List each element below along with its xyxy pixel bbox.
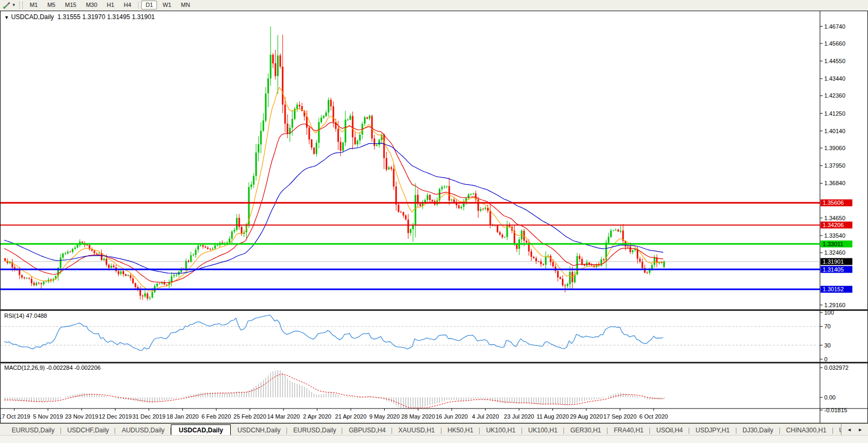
chart-tab-gbpusd-h4[interactable]: GBPUSD,H4 xyxy=(342,425,392,436)
price-tick-label: 1.40140 xyxy=(824,128,846,134)
chart-tab-fra40-h1[interactable]: FRA40,H1 xyxy=(607,425,650,436)
date-tick-label: 25 Feb 2020 xyxy=(233,413,266,420)
chart-tabs: EURUSD,DailyUSDCHF,DailyAUDUSD,DailyUSDC… xyxy=(0,424,841,436)
date-tick-label: 21 Apr 2020 xyxy=(335,413,367,420)
timeframe-button-h4[interactable]: H4 xyxy=(119,1,135,10)
hline-price-label-text: 1.31405 xyxy=(823,266,844,273)
date-tick-label: 23 Jul 2020 xyxy=(504,413,534,420)
chart-tab-usdchf-daily[interactable]: USDCHF,Daily xyxy=(61,425,116,436)
price-tick-label: 1.41250 xyxy=(824,110,846,117)
price-tick-label: 1.37950 xyxy=(824,162,846,169)
chart-tab-uk100-h1[interactable]: UK100,H1 xyxy=(480,425,522,436)
chart-tab-xauusd-h1[interactable]: XAUUSD,H1 xyxy=(392,425,441,436)
price-tick-label: 1.46740 xyxy=(824,23,846,30)
chart-symbol-period: USDCAD,Daily xyxy=(11,13,54,21)
hline-price-label-text: 1.35606 xyxy=(823,199,844,206)
macd-axis-label: -0.01815 xyxy=(824,407,847,413)
rsi-indicator-label: RSI(14) 47.0488 xyxy=(4,312,47,319)
date-tick-label: 11 Aug 2020 xyxy=(536,413,569,420)
date-tick-label: 14 Mar 2020 xyxy=(267,413,300,420)
price-tick-label: 1.36840 xyxy=(824,180,846,186)
price-tick-label: 1.29160 xyxy=(824,302,846,308)
macd-indicator-label: MACD(12,26,9) -0.002284 -0.002206 xyxy=(4,364,101,371)
chart-tab-usoil-h1[interactable]: USOil,H1 xyxy=(833,425,841,436)
date-tick-label: 17 Sep 2020 xyxy=(603,413,636,420)
hline-price-label-text: 1.33011 xyxy=(823,241,844,247)
date-tick-label: 16 Jun 2020 xyxy=(436,413,468,420)
chart-frame xyxy=(0,11,868,423)
timeframe-button-h1[interactable]: H1 xyxy=(102,1,118,10)
date-tick-label: 2 Apr 2020 xyxy=(303,413,331,420)
price-tick-label: 1.34650 xyxy=(824,215,846,221)
macd-axis-label: 0.032972 xyxy=(824,364,849,371)
rsi-axis-label: 30 xyxy=(824,342,831,349)
hline-price-label-text: 1.30152 xyxy=(823,286,844,292)
rsi-value: 47.0488 xyxy=(26,312,47,319)
tab-scroll-left-icon[interactable]: ◄ xyxy=(844,426,855,433)
macd-values: -0.002284 -0.002206 xyxy=(46,364,100,371)
date-tick-label: 23 Nov 2019 xyxy=(65,413,98,420)
timeframe-button-mn[interactable]: MN xyxy=(177,1,194,10)
chart-tab-audusd-daily[interactable]: AUDUSD,Daily xyxy=(115,425,171,436)
hline-price-label-text: 1.34206 xyxy=(823,222,844,228)
date-tick-label: 17 Oct 2019 xyxy=(0,413,30,420)
date-tick-label: 6 Feb 2020 xyxy=(202,413,231,420)
chart-tab-usdjpy-h1[interactable]: USDJPY,H1 xyxy=(689,425,736,436)
price-tick-label: 1.39060 xyxy=(824,145,846,151)
timeframe-button-w1[interactable]: W1 xyxy=(158,1,176,10)
price-tick-label: 1.42360 xyxy=(824,92,846,99)
rsi-axis-label: 100 xyxy=(824,309,834,316)
chart-title-collapse-icon[interactable]: ▼ xyxy=(4,15,9,20)
chart-tab-eurusd-daily[interactable]: EURUSD,Daily xyxy=(287,425,343,436)
timeframe-button-m5[interactable]: M5 xyxy=(43,1,59,10)
chart-tab-dj30-daily[interactable]: DJ30,Daily xyxy=(736,425,780,436)
chart-tab-usdcad-daily[interactable]: USDCAD,Daily xyxy=(171,424,231,436)
date-tick-label: 29 Aug 2020 xyxy=(570,413,603,420)
price-tick-label: 1.44550 xyxy=(824,58,846,64)
pane-divider-rsi[interactable] xyxy=(0,309,868,311)
price-tick-label: 1.45660 xyxy=(824,40,846,47)
draw-tool-caret-icon[interactable]: ▼ xyxy=(12,3,16,7)
chart-tab-ger30-h1[interactable]: GER30,H1 xyxy=(564,425,607,436)
macd-axis-label: 0.00 xyxy=(824,394,836,401)
date-tick-label: 12 Dec 2019 xyxy=(99,413,132,420)
date-tick-label: 6 Oct 2020 xyxy=(639,413,668,420)
timeframe-button-m30[interactable]: M30 xyxy=(82,1,101,10)
timeframe-button-m1[interactable]: M1 xyxy=(25,1,42,10)
timeframe-button-m15[interactable]: M15 xyxy=(60,1,80,10)
chart-tabbar: EURUSD,DailyUSDCHF,DailyAUDUSD,DailyUSDC… xyxy=(0,423,868,436)
price-tick-label: 1.33540 xyxy=(824,232,846,239)
chart-canvas[interactable]: 1.467401.456601.445501.434401.423601.412… xyxy=(0,10,868,423)
chart-tab-usoil-h4[interactable]: USOil,H4 xyxy=(650,425,689,436)
rsi-axis-label: 70 xyxy=(824,323,831,329)
date-tick-label: 5 Nov 2019 xyxy=(33,413,63,420)
chart-window: 1.467401.456601.445501.434401.423601.412… xyxy=(0,10,868,423)
draw-tool-icon[interactable] xyxy=(1,1,12,10)
date-tick-label: 4 Jul 2020 xyxy=(472,413,499,420)
tab-scroll-controls: ◄ ► xyxy=(841,424,868,436)
tab-scroll-right-icon[interactable]: ► xyxy=(855,426,866,433)
current-price-label-text: 1.31901 xyxy=(823,258,844,265)
chart-quote-values: 1.31555 1.31970 1.31495 1.31901 xyxy=(57,13,155,21)
mt4-workspace: { "toolbar": { "draw_tool_caret": "▼", "… xyxy=(0,0,868,443)
date-tick-label: 18 Jan 2020 xyxy=(167,413,199,420)
chart-tab-uk100-h1[interactable]: UK100,H1 xyxy=(522,425,564,436)
date-tick-label: 9 May 2020 xyxy=(369,413,400,420)
date-tick-label: 28 May 2020 xyxy=(401,413,435,420)
status-strip xyxy=(0,435,868,443)
timeframe-toolbar: ▼ M1M5M15M30H1H4D1W1MN xyxy=(0,0,868,11)
price-tick-label: 1.32460 xyxy=(824,249,846,256)
rsi-axis-label: 0 xyxy=(824,356,828,362)
chart-tab-eurusd-daily[interactable]: EURUSD,Daily xyxy=(5,425,61,436)
date-tick-label: 31 Dec 2019 xyxy=(132,413,165,420)
price-tick-label: 1.43440 xyxy=(824,75,846,82)
timeframe-button-d1[interactable]: D1 xyxy=(141,1,157,10)
toolbar-grip[interactable] xyxy=(19,2,23,9)
chart-tab-hk50-h1[interactable]: HK50,H1 xyxy=(441,425,480,436)
chart-title: ▼USDCAD,Daily 1.31555 1.31970 1.31495 1.… xyxy=(4,13,155,21)
chart-tab-china300-h1[interactable]: CHINA300,H1 xyxy=(780,425,833,436)
toolbar-separator xyxy=(138,2,138,9)
chart-tab-usdcnh-daily[interactable]: USDCNH,Daily xyxy=(231,425,287,436)
pane-divider-macd[interactable] xyxy=(0,362,868,363)
